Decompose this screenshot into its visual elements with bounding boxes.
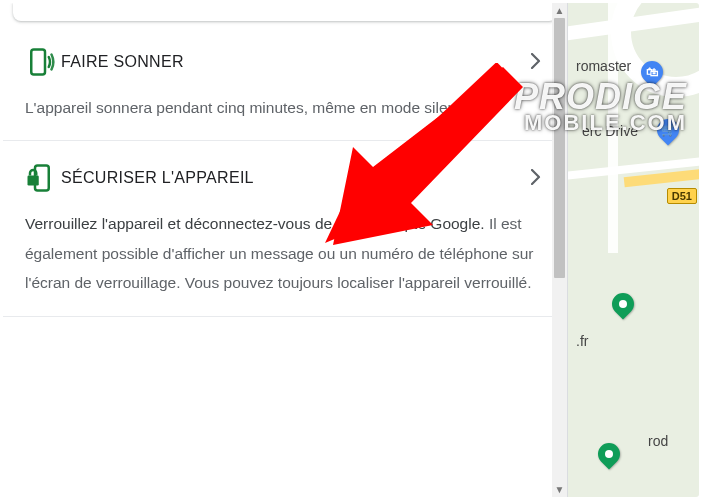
- chevron-right-icon: [531, 167, 545, 189]
- previous-card-shadow: [13, 3, 557, 21]
- svg-rect-2: [28, 176, 39, 186]
- map-poi-label: romaster: [576, 58, 631, 74]
- map-view[interactable]: D51 romaster 🛍 erc Drive 🛒 .fr rod: [568, 3, 699, 497]
- section-header[interactable]: FAIRE SONNER: [25, 47, 545, 77]
- map-poi-label: erc Drive: [582, 123, 638, 139]
- svg-rect-0: [31, 50, 45, 75]
- map-pin-location-icon[interactable]: [607, 288, 638, 319]
- road-label-badge: D51: [667, 188, 697, 204]
- section-ring-device[interactable]: FAIRE SONNER L'appareil sonnera pendant …: [3, 25, 567, 141]
- actions-panel: FAIRE SONNER L'appareil sonnera pendant …: [3, 3, 568, 497]
- section-secure-device[interactable]: SÉCURISER L'APPAREIL Verrouillez l'appar…: [3, 141, 567, 316]
- map-pin-location-icon[interactable]: [593, 438, 624, 469]
- description-bold: Verrouillez l'appareil et déconnectez-vo…: [25, 215, 485, 232]
- map-poi-label: .fr: [576, 333, 588, 349]
- scroll-thumb[interactable]: [554, 18, 565, 278]
- lock-phone-icon: [25, 163, 61, 193]
- map-pin-cart-icon[interactable]: 🛒: [652, 114, 683, 145]
- section-title: SÉCURISER L'APPAREIL: [61, 169, 531, 187]
- section-header[interactable]: SÉCURISER L'APPAREIL: [25, 163, 545, 193]
- scroll-up-icon[interactable]: ▲: [552, 3, 567, 18]
- chevron-right-icon: [531, 51, 545, 73]
- ring-phone-icon: [25, 47, 61, 77]
- scroll-down-icon[interactable]: ▼: [552, 482, 567, 497]
- map-poi-label: rod: [648, 433, 668, 449]
- section-description: Verrouillez l'appareil et déconnectez-vo…: [25, 209, 545, 297]
- scrollbar[interactable]: ▲ ▼: [552, 3, 567, 497]
- section-description: L'appareil sonnera pendant cinq minutes,…: [25, 93, 545, 122]
- section-title: FAIRE SONNER: [61, 53, 531, 71]
